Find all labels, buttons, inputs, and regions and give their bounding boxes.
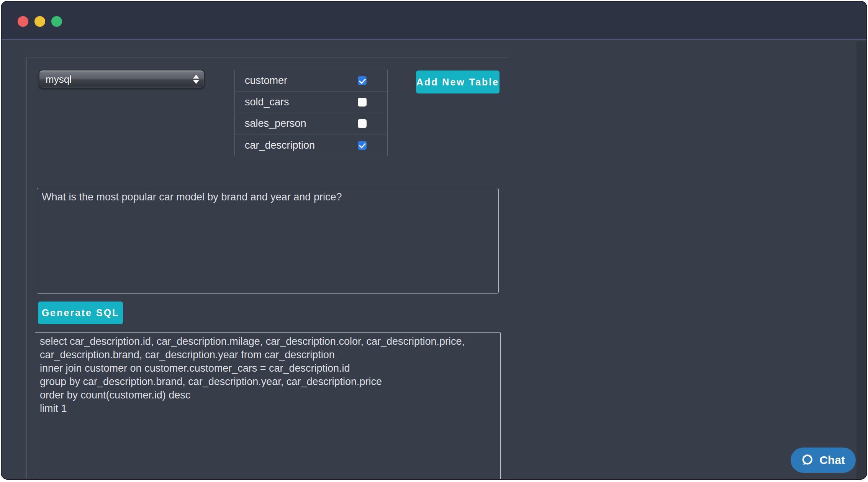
chat-button-label: Chat [819, 454, 845, 467]
generate-sql-button[interactable]: Generate SQL [38, 302, 123, 324]
table-checkbox[interactable] [358, 98, 367, 107]
database-select[interactable]: mysql [39, 70, 205, 89]
table-list: customer sold_cars sales_person car_desc… [234, 70, 388, 156]
app-window: mysql customer sold_cars sales_person ca… [1, 1, 867, 480]
close-button[interactable] [18, 16, 28, 27]
table-checkbox[interactable] [358, 141, 367, 150]
table-name: customer [235, 75, 358, 87]
sql-output-textarea[interactable]: select car_description.id, car_descripti… [35, 332, 501, 480]
question-textarea[interactable]: What is the most popular car model by br… [37, 188, 499, 294]
chat-bubble-icon [800, 453, 814, 467]
table-row[interactable]: car_description [235, 134, 387, 156]
minimize-button[interactable] [34, 16, 45, 27]
table-name: car_description [235, 139, 358, 151]
window-controls [18, 16, 62, 27]
scrollbar-track[interactable] [857, 41, 866, 479]
table-row[interactable]: sales_person [235, 113, 387, 134]
add-new-table-button[interactable]: Add New Table [416, 70, 500, 93]
table-name: sold_cars [235, 96, 358, 108]
table-checkbox[interactable] [358, 119, 367, 128]
table-row[interactable]: customer [235, 70, 387, 92]
table-checkbox[interactable] [358, 76, 367, 85]
table-row[interactable]: sold_cars [235, 92, 387, 113]
chat-button[interactable]: Chat [791, 448, 856, 473]
database-select-wrap: mysql [39, 70, 205, 89]
table-name: sales_person [235, 118, 358, 130]
zoom-button[interactable] [51, 16, 62, 27]
window-titlebar [2, 2, 866, 40]
main-content: mysql customer sold_cars sales_person ca… [2, 41, 866, 479]
